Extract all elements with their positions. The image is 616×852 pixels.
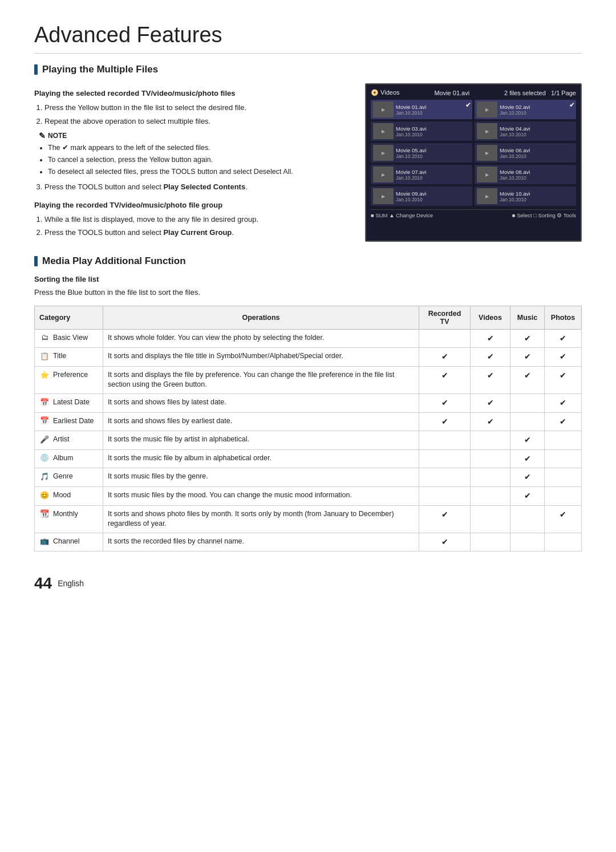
op-preference: It sorts and displays the file by prefer… (103, 366, 419, 393)
check-artist-videos (471, 431, 510, 450)
tv-thumb-3: ▶ (373, 123, 394, 139)
check-basic-recorded (419, 329, 471, 348)
tv-item-3: ▶ Movie 03.avi Jan.10.2010 (371, 121, 472, 141)
table-row: 📅Latest Date It sorts and shows files by… (35, 393, 582, 412)
col-videos: Videos (471, 306, 510, 329)
table-row: 🎵Genre It sorts music files by the genre… (35, 468, 582, 487)
cat-preference: ⭐Preference (35, 366, 103, 393)
table-row: ⭐Preference It sorts and displays the fi… (35, 366, 582, 393)
table-row: 🎤Artist It sorts the music file by artis… (35, 431, 582, 450)
note-item-2: To cancel a selection, press the Yellow … (48, 155, 348, 165)
tv-item-8: ▶ Movie 08.avi Jan.10.2010 (475, 165, 576, 184)
op-artist: It sorts the music file by artist in alp… (103, 431, 419, 450)
step-3: Press the TOOLS button and select Play S… (44, 181, 348, 193)
page-label: English (58, 579, 84, 588)
col-category: Category (35, 306, 103, 329)
check-channel-videos (471, 533, 510, 551)
step3-list: Press the TOOLS button and select Play S… (34, 181, 348, 193)
check-channel-music (510, 533, 545, 551)
check-monthly-photos: ✔ (545, 505, 582, 533)
sorting-title: Sorting the file list (34, 275, 582, 283)
tv-grid: ▶ Movie 01.avi Jan.10.2010 ✔ ▶ Movie 02.… (371, 100, 576, 206)
tv-bottom-left: ■ SUM ▲ Change Device (371, 212, 433, 218)
op-basic-view: It shows whole folder. You can view the … (103, 329, 419, 348)
check-artist-recorded (419, 431, 471, 450)
section-playing-multiple: Playing the Multiple Files Playing the s… (34, 64, 582, 242)
check-channel-photos (545, 533, 582, 551)
tv-item-2: ▶ Movie 02.avi Jan.10.2010 ✔ (475, 100, 576, 119)
sub2-step-1: While a file list is displayed, move to … (44, 214, 348, 225)
tv-item-info-1: Movie 01.avi Jan.10.2010 (396, 104, 426, 116)
cat-monthly: 📆Monthly (35, 505, 103, 533)
earliest-date-icon: 📅 (39, 416, 50, 425)
op-latest-date: It sorts and shows files by latest date. (103, 393, 419, 412)
check-title-music: ✔ (510, 348, 545, 367)
tv-thumb-8: ▶ (477, 167, 497, 182)
cat-mood: 😊Mood (35, 486, 103, 505)
tv-item-info-4: Movie 04.avi Jan.10.2010 (500, 125, 530, 137)
tv-item-info-7: Movie 07.avi Jan.10.2010 (396, 169, 426, 181)
check-earliest-videos: ✔ (471, 412, 510, 431)
tv-thumb-4: ▶ (477, 123, 497, 139)
tv-thumb-9: ▶ (373, 188, 394, 204)
tv-item-info-10: Movie 10.avi Jan.10.2010 (500, 190, 530, 202)
tv-item-info-9: Movie 09.avi Jan.10.2010 (396, 190, 426, 202)
step-2: Repeat the above operation to select mul… (44, 116, 348, 127)
op-mood: It sorts music files by the mood. You ca… (103, 486, 419, 505)
check-basic-videos: ✔ (471, 329, 510, 348)
check-artist-photos (545, 431, 582, 450)
tv-item-info-5: Movie 05.avi Jan.10.2010 (396, 147, 426, 159)
basic-view-icon: 🗂 (39, 334, 50, 343)
tv-thumb-1: ▶ (373, 102, 394, 117)
check-latest-photos: ✔ (545, 393, 582, 412)
col-operations: Operations (103, 306, 419, 329)
tv-files-selected: 2 files selected 1/1 Page (504, 90, 576, 96)
check-pref-recorded: ✔ (419, 366, 471, 393)
section2-title: Media Play Additional Function (34, 255, 582, 267)
check-monthly-recorded: ✔ (419, 505, 471, 533)
footer: 44 English (34, 574, 582, 593)
note-icon: ✎ (39, 131, 46, 140)
section1-title: Playing the Multiple Files (34, 64, 582, 75)
tv-category: 📀 Videos (371, 89, 400, 96)
cat-artist: 🎤Artist (35, 431, 103, 450)
subsection2-steps: While a file list is displayed, move to … (34, 214, 348, 238)
subsection1-steps: Press the Yellow button in the file list… (34, 102, 348, 127)
tv-item-info-8: Movie 08.avi Jan.10.2010 (500, 169, 530, 181)
check-latest-videos: ✔ (471, 393, 510, 412)
sorting-desc: Press the Blue button in the file list t… (34, 288, 582, 297)
tv-thumb-7: ▶ (373, 167, 394, 182)
album-icon: 💿 (39, 453, 50, 462)
check-genre-music: ✔ (510, 468, 545, 487)
tv-item-4: ▶ Movie 04.avi Jan.10.2010 (475, 121, 576, 141)
tv-bottom-bar: ■ SUM ▲ Change Device ■ Select □ Sorting… (371, 209, 576, 218)
check-artist-music: ✔ (510, 431, 545, 450)
subsection2-title: Playing the recorded TV/video/music/phot… (34, 201, 348, 209)
check-latest-recorded: ✔ (419, 393, 471, 412)
check-title-recorded: ✔ (419, 348, 471, 367)
op-album: It sorts the music file by album in alph… (103, 449, 419, 468)
content-area: Playing the selected recorded TV/video/m… (34, 83, 582, 242)
tv-item-9: ▶ Movie 09.avi Jan.10.2010 (371, 186, 472, 206)
tv-item-info-3: Movie 03.avi Jan.10.2010 (396, 125, 426, 137)
table-row: 📺Channel It sorts the recorded files by … (35, 533, 582, 551)
check-album-music: ✔ (510, 449, 545, 468)
table-body: 🗂Basic View It shows whole folder. You c… (35, 329, 582, 551)
tv-item-7: ▶ Movie 07.avi Jan.10.2010 (371, 165, 472, 184)
tv-thumb-6: ▶ (477, 145, 497, 161)
check-latest-music (510, 393, 545, 412)
table-header: Category Operations Recorded TV Videos M… (35, 306, 582, 329)
tv-bottom-right: ■ Select □ Sorting ⚙ Tools (512, 212, 576, 218)
check-pref-music: ✔ (510, 366, 545, 393)
cat-latest-date: 📅Latest Date (35, 393, 103, 412)
table-row: 🗂Basic View It shows whole folder. You c… (35, 329, 582, 348)
check-channel-recorded: ✔ (419, 533, 471, 551)
step-1: Press the Yellow button in the file list… (44, 102, 348, 113)
table-row: 📆Monthly It sorts and shows photo files … (35, 505, 582, 533)
page-number: 44 (34, 574, 52, 593)
check-album-photos (545, 449, 582, 468)
check-basic-photos: ✔ (545, 329, 582, 348)
check-mood-photos (545, 486, 582, 505)
note-box: ✎ NOTE The ✔ mark appears to the left of… (34, 131, 348, 177)
check-monthly-videos (471, 505, 510, 533)
